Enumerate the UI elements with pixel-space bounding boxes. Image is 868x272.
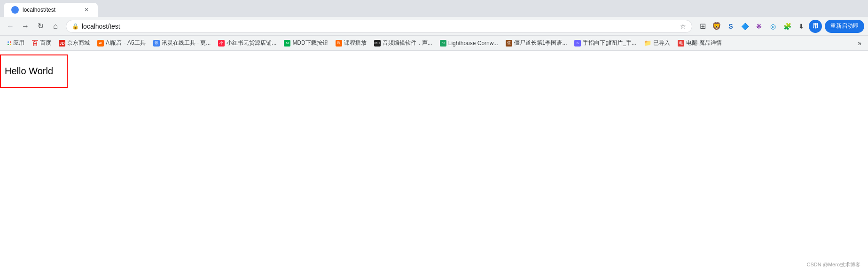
tab-bar: localhost/test ✕ — [0, 0, 868, 17]
toolbar: ← → ↻ ⌂ 🔒 localhost/test ☆ ⊞ 🦁 S 🔷 ❋ ◎ 🧩… — [0, 17, 868, 36]
elec-icon: 电 — [678, 40, 684, 47]
reload-button[interactable]: ↻ — [34, 20, 47, 33]
download-icon[interactable]: ⬇ — [795, 20, 808, 33]
overflow-label: » — [858, 39, 861, 47]
watermark: CSDN @Mero技术博客 — [807, 261, 860, 268]
note-icon: 讯 — [153, 40, 160, 47]
toolbar-icons: ⊞ 🦁 S 🔷 ❋ ◎ 🧩 ⬇ 用 重新启动即 — [696, 20, 864, 33]
bookmark-jd-label: 京东商城 — [67, 39, 90, 47]
bookmark-baidu-label: 百度 — [40, 39, 51, 47]
extensions-icon[interactable]: ⊞ — [696, 20, 709, 33]
puzzle-icon[interactable]: 🧩 — [781, 20, 794, 33]
forward-button[interactable]: → — [19, 20, 32, 33]
tab-favicon — [11, 6, 19, 14]
circle-icon[interactable]: ◎ — [766, 20, 780, 33]
brave-icon[interactable]: 🦁 — [710, 20, 723, 33]
tab-label: localhost/test — [23, 7, 79, 13]
baidu-icon: 百 — [32, 39, 38, 47]
bookmark-course-label: 课程播放 — [344, 39, 367, 47]
ai-icon: AI — [97, 40, 104, 47]
mdd-icon: M — [284, 40, 290, 47]
update-button[interactable]: 重新启动即 — [825, 20, 864, 33]
xhs-icon: 小 — [218, 40, 225, 47]
vpn-icon[interactable]: 🔷 — [738, 20, 751, 33]
address-text: localhost/test — [82, 23, 677, 30]
bookmark-mdd-label: MDD下载按钮 — [292, 39, 328, 47]
s-icon[interactable]: S — [724, 20, 737, 33]
bookmark-elec[interactable]: 电 电翻-魔品详情 — [674, 37, 726, 49]
bookmark-baidu[interactable]: 百 百度 — [28, 37, 55, 49]
bookmarks-bar: 应用 百 百度 JD 京东商城 AI AI配音 - A5工具 讯 讯灵在线工具 … — [0, 36, 868, 51]
bookmark-px-label: Lighthouse Cornw... — [448, 40, 498, 47]
page-content: Hello World CSDN @Mero技术博客 — [0, 51, 868, 272]
browser-window: localhost/test ✕ ← → ↻ ⌂ 🔒 localhost/tes… — [0, 0, 868, 272]
tab-close-button[interactable]: ✕ — [83, 6, 90, 14]
bookmark-course[interactable]: 课 课程播放 — [332, 37, 370, 49]
bookmark-import-label: 已导入 — [653, 39, 670, 47]
bookmark-note[interactable]: 讯 讯灵在线工具 - 更... — [149, 37, 215, 49]
lock-icon: 🔒 — [72, 23, 79, 30]
hello-world-text: Hello World — [5, 66, 53, 77]
bookmark-k-label: 手指向下gif图片_手... — [583, 39, 636, 47]
back-button[interactable]: ← — [4, 20, 17, 33]
course-icon: 课 — [336, 40, 342, 47]
bookmark-star-button[interactable]: ☆ — [680, 23, 686, 30]
bookmark-apps-label: 应用 — [13, 39, 24, 47]
zombie-icon: 僵 — [506, 40, 512, 47]
bookmark-mdd[interactable]: M MDD下载按钮 — [280, 37, 331, 49]
bookmark-xhs-label: 小红书无货源店铺... — [227, 39, 276, 47]
audio-icon: MH — [374, 40, 381, 47]
address-bar[interactable]: 🔒 localhost/test ☆ — [66, 20, 692, 33]
bookmark-zombie[interactable]: 僵 僵尸道长第1季国语... — [502, 37, 571, 49]
active-tab[interactable]: localhost/test ✕ — [4, 3, 98, 17]
bookmark-px[interactable]: PX Lighthouse Cornw... — [436, 38, 502, 48]
bookmark-jd[interactable]: JD 京东商城 — [55, 37, 94, 49]
jd-icon: JD — [59, 40, 65, 47]
bookmark-xhs[interactable]: 小 小红书无货源店铺... — [214, 37, 280, 49]
bookmark-import[interactable]: 📁 已导入 — [640, 37, 674, 49]
bookmark-audio-label: 音频编辑软件，声... — [383, 39, 432, 47]
bookmark-zombie-label: 僵尸道长第1季国语... — [514, 39, 567, 47]
px-icon: PX — [440, 40, 446, 47]
hello-world-box: Hello World — [0, 54, 68, 88]
bookmark-ai-label: AI配音 - A5工具 — [106, 39, 146, 47]
bookmark-ai[interactable]: AI AI配音 - A5工具 — [94, 37, 149, 49]
flower-icon[interactable]: ❋ — [752, 20, 766, 33]
apps-grid-icon — [8, 41, 11, 45]
k-icon: K — [574, 40, 581, 47]
bookmark-elec-label: 电翻-魔品详情 — [686, 39, 722, 47]
folder-icon: 📁 — [644, 39, 651, 47]
bookmark-k[interactable]: K 手指向下gif图片_手... — [571, 37, 640, 49]
profile-avatar[interactable]: 用 — [809, 20, 822, 33]
bookmarks-overflow-button[interactable]: » — [855, 38, 864, 49]
home-button[interactable]: ⌂ — [49, 20, 62, 33]
bookmark-apps[interactable]: 应用 — [4, 37, 28, 49]
bookmark-note-label: 讯灵在线工具 - 更... — [162, 39, 211, 47]
bookmark-audio[interactable]: MH 音频编辑软件，声... — [370, 37, 436, 49]
